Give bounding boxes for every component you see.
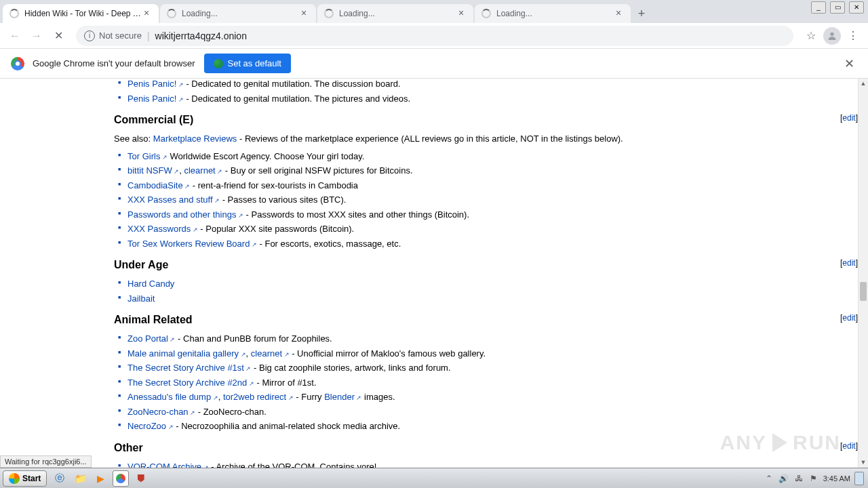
list-item: Passwords and other things - Passwords t… [114,208,858,222]
ie-icon[interactable]: ⓔ [52,470,68,487]
wiki-link[interactable]: The Secret Story Archive #2nd [127,378,254,388]
underage-list: Hard CandyJailbait [114,277,858,305]
minimize-button[interactable]: _ [811,1,826,14]
edit-link[interactable]: edit [840,440,858,452]
wiki-link[interactable]: Penis Panic! [127,94,184,104]
wiki-link[interactable]: VOR-COM Archive [127,462,209,468]
flag-icon[interactable]: ⚑ [808,473,819,484]
network-icon[interactable]: 🖧 [793,473,804,484]
wiki-link[interactable]: Blender [324,392,361,402]
browser-tab[interactable]: Hidden Wiki - Tor Wiki - Deep Web, U × [3,4,159,23]
see-also: See also: Marketplace Reviews - Reviews … [114,132,858,146]
window-controls: _ ▭ ✕ [807,0,868,15]
wiki-link[interactable]: Male animal genitalia gallery [127,348,246,359]
tab-close-icon[interactable]: × [456,8,467,19]
tab-close-icon[interactable]: × [613,8,624,19]
edit-link[interactable]: edit [840,257,858,269]
profile-avatar[interactable] [823,27,841,45]
vertical-scrollbar[interactable]: ▲ ▼ [858,79,868,468]
tab-title: Loading... [496,9,613,18]
list-item: The Secret Story Archive #2nd - Mirror o… [114,376,858,390]
wiki-link[interactable]: XXX Passwords [127,224,198,234]
wiki-link[interactable]: Zoo Portal [127,333,176,344]
heading-commercial: edit Commercial (E) [114,112,858,128]
tray-expand-icon[interactable]: ⌃ [764,473,774,484]
wiki-link[interactable]: Penis Panic! [127,79,184,89]
list-item: Zoo Portal - Chan and PunBB forum for Zo… [114,332,858,346]
stop-button[interactable]: ✕ [49,26,68,45]
bookmark-star-icon[interactable]: ☆ [802,26,821,45]
insecure-label: Not secure [99,30,142,41]
status-bar: Waiting for rqc3gg6xji6... [0,455,92,468]
url-text: wikitjerrta4qgz4.onion [155,30,247,41]
wiki-link[interactable]: XXX Passes and stuff [127,195,220,205]
wiki-link[interactable]: NecroZoo [127,421,174,431]
wiki-link[interactable]: Anessadu's file dump [127,392,218,402]
chrome-taskbar-icon[interactable] [113,470,129,487]
list-item: Tor Girls Worldwide Escort Agency. Choos… [114,150,858,163]
tab-close-icon[interactable]: × [141,8,152,19]
list-item: Anessadu's file dump, tor2web redirect -… [114,390,858,404]
shield-icon[interactable]: ⛊ [133,470,149,487]
tab-close-icon[interactable]: × [298,8,309,19]
address-bar[interactable]: i Not secure | wikitjerrta4qgz4.onion [76,26,793,46]
clock[interactable]: 3:45 AM [823,474,850,483]
back-button[interactable]: ← [5,26,24,45]
list-item: bittit NSFW, clearnet - Buy or sell orig… [114,164,858,178]
set-default-button[interactable]: Set as default [204,54,291,73]
window-close-button[interactable]: ✕ [849,1,864,14]
chrome-icon [11,57,24,70]
wiki-link[interactable]: clearnet [251,348,290,359]
browser-tab[interactable]: Loading... × [475,4,631,23]
default-browser-infobar: Google Chrome isn't your default browser… [0,49,868,79]
list-item: Penis Panic! - Dedicated to genital muti… [114,79,858,91]
list-item: Male animal genitalia gallery, clearnet … [114,347,858,361]
commercial-list: Tor Girls Worldwide Escort Agency. Choos… [114,150,858,251]
list-item: Hard Candy [114,277,858,291]
other-list: VOR-COM Archive - Archive of the VOR-COM… [114,460,858,468]
marketplace-reviews-link[interactable]: Marketplace Reviews [153,134,237,144]
scroll-down-icon[interactable]: ▼ [859,458,868,468]
new-tab-button[interactable]: + [632,4,651,23]
start-button[interactable]: Start [3,470,47,487]
wiki-link[interactable]: Passwords and other things [127,209,243,220]
wiki-link[interactable]: tor2web redirect [223,392,294,402]
menu-icon[interactable]: ⋮ [844,26,863,45]
taskbar: Start ⓔ 📁 ▶ ⛊ ⌃ 🔊 🖧 ⚑ 3:45 AM [0,468,868,488]
wiki-link[interactable]: The Secret Story Archive #1st [127,363,251,373]
wiki-link[interactable]: Jailbait [127,293,155,304]
media-icon[interactable]: ▶ [92,470,108,487]
heading-other: edit Other [114,440,858,456]
explorer-icon[interactable]: 📁 [72,470,88,487]
infobar-close-icon[interactable]: ✕ [841,56,857,71]
scroll-up-icon[interactable]: ▲ [859,79,868,89]
loading-spinner-icon [167,9,176,18]
browser-tab[interactable]: Loading... × [317,4,473,23]
separator: | [147,30,150,41]
wiki-link[interactable]: CambodiaSite [127,180,190,190]
show-desktop[interactable] [854,472,864,485]
wiki-link[interactable]: ZooNecro-chan [127,407,195,417]
wiki-link[interactable]: bittit NSFW [127,165,179,176]
maximize-button[interactable]: ▭ [830,1,845,14]
wiki-link[interactable]: clearnet [184,165,222,176]
tab-title: Loading... [339,9,456,18]
wiki-link[interactable]: Tor Girls [127,151,167,161]
tab-strip: Hidden Wiki - Tor Wiki - Deep Web, U × L… [0,0,868,23]
loading-spinner-icon [324,9,334,18]
edit-link[interactable]: edit [840,312,858,324]
security-indicator[interactable]: i Not secure [84,30,142,41]
scroll-thumb[interactable] [860,282,867,301]
globe-icon [214,59,223,68]
system-tray: ⌃ 🔊 🖧 ⚑ 3:45 AM [764,472,868,485]
edit-link[interactable]: edit [840,112,858,124]
wiki-link[interactable]: Tor Sex Workers Review Board [127,239,257,249]
set-default-label: Set as default [227,58,281,68]
browser-tab[interactable]: Loading... × [160,4,316,23]
windows-orb-icon [9,473,20,484]
volume-icon[interactable]: 🔊 [778,473,789,484]
loading-spinner-icon [481,9,491,18]
forward-button[interactable]: → [27,26,46,45]
wiki-link[interactable]: Hard Candy [127,279,174,289]
list-item: XXX Passwords - Popular XXX site passwor… [114,222,858,236]
